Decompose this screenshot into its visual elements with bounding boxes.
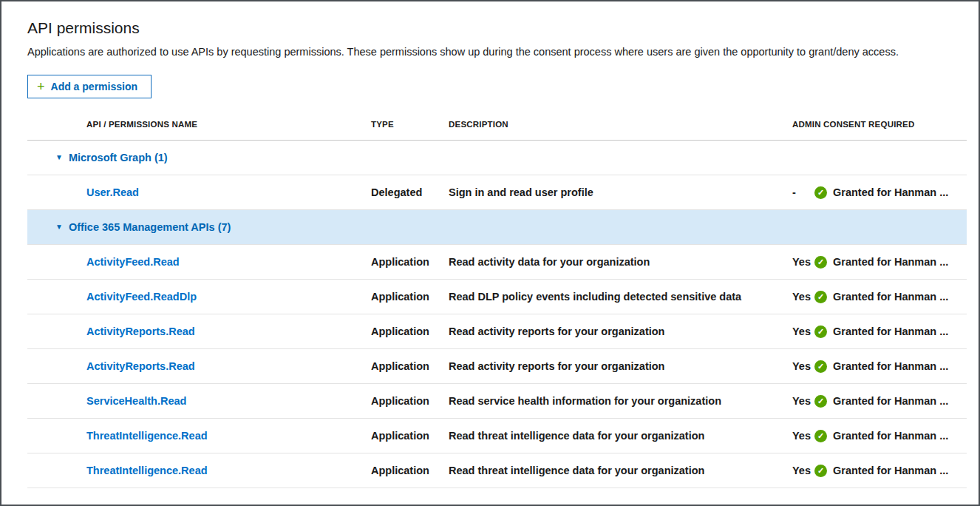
column-header-api-permissions-name: API / PERMISSIONS NAME (27, 120, 371, 129)
granted-check-icon: ✓ (814, 360, 827, 373)
permission-name-link[interactable]: User.Read (86, 186, 139, 198)
table-row[interactable]: User.Read Delegated Sign in and read use… (27, 175, 967, 210)
granted-check-icon: ✓ (814, 325, 827, 338)
permission-description: Sign in and read user profile (449, 186, 792, 198)
permission-description: Read activity reports for your organizat… (449, 325, 792, 337)
grant-status: Granted for Hanman ... (833, 395, 948, 407)
permission-type: Application (371, 465, 449, 476)
group-name-link[interactable]: Office 365 Management APIs (7) (69, 221, 231, 233)
grant-status: Granted for Hanman ... (833, 256, 948, 268)
grant-status: Granted for Hanman ... (833, 465, 948, 476)
collapse-triangle-icon[interactable]: ▼ (55, 154, 63, 161)
permission-type: Application (371, 291, 449, 303)
permission-description: Read threat intelligence data for your o… (449, 465, 792, 476)
grant-status: Granted for Hanman ... (833, 430, 948, 442)
admin-consent-value: Yes (792, 465, 814, 476)
grant-status: Granted for Hanman ... (833, 291, 948, 303)
granted-check-icon: ✓ (814, 256, 827, 269)
permission-description: Read activity data for your organization (449, 256, 792, 268)
column-header-type: TYPE (371, 120, 449, 129)
permission-description: Read activity reports for your organizat… (449, 360, 792, 372)
permission-name-link[interactable]: ActivityReports.Read (86, 360, 195, 372)
page-description: Applications are authorized to use APIs … (27, 44, 955, 60)
admin-consent-value: Yes (792, 360, 814, 372)
permission-type: Application (371, 430, 449, 442)
admin-consent-value: Yes (792, 430, 814, 442)
table-row[interactable]: ActivityReports.Read Application Read ac… (27, 349, 967, 384)
table-row[interactable]: ActivityFeed.Read Application Read activ… (27, 245, 967, 280)
permission-type: Application (371, 360, 449, 372)
admin-consent-value: - (792, 186, 814, 198)
table-header-row: API / PERMISSIONS NAME TYPE DESCRIPTION … (27, 109, 967, 141)
permission-type: Application (371, 256, 449, 268)
collapse-triangle-icon[interactable]: ▼ (55, 223, 63, 231)
grant-status: Granted for Hanman ... (833, 360, 948, 372)
granted-check-icon: ✓ (814, 465, 827, 477)
granted-check-icon: ✓ (814, 430, 827, 442)
permission-name-link[interactable]: ThreatIntelligence.Read (86, 465, 208, 476)
permission-description: Read threat intelligence data for your o… (449, 430, 792, 442)
admin-consent-value: Yes (792, 256, 814, 268)
add-icon: + (37, 80, 45, 93)
permission-type: Application (371, 395, 449, 407)
permission-name-link[interactable]: ActivityFeed.ReadDlp (86, 291, 197, 303)
api-permissions-panel: API permissions Applications are authori… (1, 1, 979, 488)
permission-type: Delegated (371, 186, 449, 198)
column-header-admin-consent-required: ADMIN CONSENT REQUIRED (792, 120, 964, 129)
add-permission-button[interactable]: + Add a permission (27, 75, 152, 98)
table-row[interactable]: ActivityFeed.ReadDlp Application Read DL… (27, 280, 967, 314)
permission-description: Read DLP policy events including detecte… (449, 291, 792, 303)
group-row-office-365-management-apis[interactable]: ▼ Office 365 Management APIs (7) (27, 210, 967, 245)
permission-description: Read service health information for your… (449, 395, 792, 407)
admin-consent-value: Yes (792, 325, 814, 337)
permission-name-link[interactable]: ThreatIntelligence.Read (86, 430, 208, 442)
group-cell: ▼ Microsoft Graph (1) (27, 152, 371, 163)
permission-name-link[interactable]: ActivityFeed.Read (86, 256, 180, 268)
table-row[interactable]: ThreatIntelligence.Read Application Read… (27, 419, 967, 453)
group-name-link[interactable]: Microsoft Graph (1) (69, 152, 168, 163)
table-row[interactable]: ServiceHealth.Read Application Read serv… (27, 384, 967, 419)
add-permission-label: Add a permission (51, 81, 137, 92)
grant-status: Granted for Hanman ... (833, 186, 948, 198)
permission-name-link[interactable]: ServiceHealth.Read (86, 395, 186, 407)
grant-status: Granted for Hanman ... (833, 325, 948, 337)
group-cell: ▼ Office 365 Management APIs (7) (27, 221, 371, 233)
permission-type: Application (371, 325, 449, 337)
column-header-description: DESCRIPTION (449, 120, 792, 129)
granted-check-icon: ✓ (814, 395, 827, 408)
permission-name-link[interactable]: ActivityReports.Read (86, 325, 195, 337)
permissions-table: API / PERMISSIONS NAME TYPE DESCRIPTION … (27, 109, 967, 488)
admin-consent-value: Yes (792, 291, 814, 303)
group-row-microsoft-graph[interactable]: ▼ Microsoft Graph (1) (27, 141, 967, 175)
page-title: API permissions (27, 19, 967, 37)
table-row[interactable]: ActivityReports.Read Application Read ac… (27, 314, 967, 349)
granted-check-icon: ✓ (814, 186, 827, 199)
table-row[interactable]: ThreatIntelligence.Read Application Read… (27, 453, 967, 488)
admin-consent-value: Yes (792, 395, 814, 407)
page-frame: API permissions Applications are authori… (0, 0, 980, 506)
granted-check-icon: ✓ (814, 291, 827, 303)
